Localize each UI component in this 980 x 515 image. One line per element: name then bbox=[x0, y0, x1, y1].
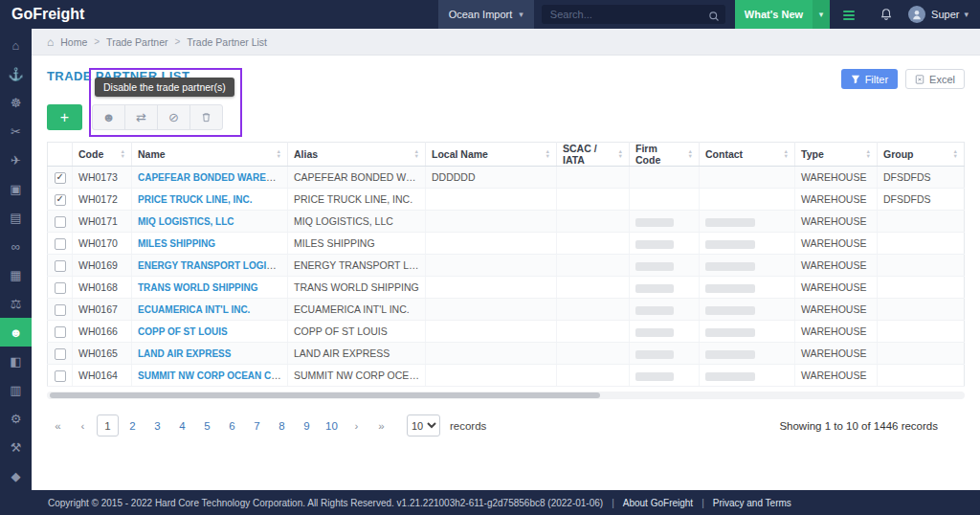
home-icon[interactable]: ⌂ bbox=[47, 35, 54, 49]
sidebar-item-trucking[interactable]: ▣ bbox=[0, 174, 32, 203]
sort-icon[interactable]: ▲▼ bbox=[414, 149, 419, 159]
sort-icon[interactable]: ▲▼ bbox=[618, 149, 623, 159]
sidebar-item-accounting[interactable]: ⚖ bbox=[0, 289, 32, 318]
horizontal-scrollbar-thumb[interactable] bbox=[50, 392, 600, 398]
merge-button[interactable]: ⇄ bbox=[124, 104, 158, 130]
pagination-page-1[interactable]: 1 bbox=[97, 414, 119, 437]
sidebar-item-tools[interactable]: ⚒ bbox=[0, 433, 32, 461]
sidebar-item-trade-partner[interactable]: ☻ bbox=[0, 318, 32, 347]
row-checkbox[interactable] bbox=[55, 194, 66, 206]
tools-icon: ⚒ bbox=[11, 441, 22, 454]
sidebar-item-schedule[interactable]: ▦ bbox=[0, 260, 32, 289]
row-checkbox[interactable] bbox=[55, 172, 66, 184]
pagination-page-2[interactable]: 2 bbox=[122, 414, 144, 437]
add-partner-group-button[interactable]: ☻ bbox=[92, 104, 125, 130]
sidebar-item-admin[interactable]: ◆ bbox=[0, 461, 32, 490]
add-trade-partner-button[interactable]: + bbox=[47, 104, 82, 130]
excel-export-button[interactable]: Excel bbox=[905, 69, 965, 89]
column-header-label: Local Name bbox=[432, 148, 488, 160]
partner-name-link[interactable]: CAPEFEAR BONDED WAREHOUSEDDD... bbox=[138, 171, 288, 183]
search-input[interactable] bbox=[542, 5, 725, 24]
table-row: WH0173CAPEFEAR BONDED WAREHOUSEDDD...CAP… bbox=[48, 167, 965, 189]
pagination-first[interactable]: « bbox=[47, 414, 69, 437]
pagination-page-4[interactable]: 4 bbox=[171, 414, 193, 437]
sidebar-item-settings[interactable]: ⚙ bbox=[0, 404, 32, 433]
row-checkbox[interactable] bbox=[55, 260, 66, 272]
sort-icon[interactable]: ▲▼ bbox=[277, 149, 281, 159]
pagination-page-5[interactable]: 5 bbox=[196, 414, 218, 437]
breadcrumb-item[interactable]: Trade Partner List bbox=[187, 36, 267, 48]
search-icon[interactable] bbox=[708, 9, 720, 26]
notifications-bell-icon[interactable] bbox=[872, 0, 901, 29]
column-header-code[interactable]: Code▲▼ bbox=[73, 143, 132, 167]
column-header-firm-code[interactable]: Firm Code▲▼ bbox=[630, 143, 700, 167]
pagination-page-9[interactable]: 9 bbox=[296, 414, 318, 437]
column-header-name[interactable]: Name▲▼ bbox=[132, 143, 288, 167]
breadcrumb-item[interactable]: Trade Partner bbox=[106, 36, 167, 48]
about-link[interactable]: About GoFreight bbox=[623, 498, 693, 508]
pagination-page-8[interactable]: 8 bbox=[271, 414, 293, 437]
partner-name-link[interactable]: ECUAMERICA INT'L INC. bbox=[138, 304, 250, 315]
row-checkbox[interactable] bbox=[55, 326, 66, 338]
whats-new-button[interactable]: What's New ▾ bbox=[735, 0, 830, 29]
row-checkbox[interactable] bbox=[55, 216, 66, 228]
column-header-scac-iata[interactable]: SCAC / IATA▲▼ bbox=[557, 143, 630, 167]
quick-menu-icon[interactable] bbox=[843, 0, 872, 29]
sort-icon[interactable]: ▲▼ bbox=[866, 149, 871, 159]
sidebar-item-air-freight[interactable]: ✈ bbox=[0, 146, 32, 174]
sort-icon[interactable]: ▲▼ bbox=[953, 149, 958, 159]
sidebar-item-warehouse[interactable]: ▤ bbox=[0, 203, 32, 232]
sort-icon[interactable]: ▲▼ bbox=[688, 149, 693, 159]
ledger-icon: ▥ bbox=[10, 384, 21, 396]
row-checkbox[interactable] bbox=[55, 348, 66, 360]
pagination-page-7[interactable]: 7 bbox=[246, 414, 268, 437]
sidebar-item-ocean-import[interactable]: ⚓ bbox=[0, 59, 32, 88]
admin-icon: ◆ bbox=[11, 470, 21, 482]
sidebar-item-ocean-export[interactable]: ☸ bbox=[0, 88, 32, 117]
column-header-alias[interactable]: Alias▲▼ bbox=[288, 143, 426, 167]
horizontal-scrollbar-track[interactable] bbox=[47, 392, 965, 399]
sidebar-item-network[interactable]: ∞ bbox=[0, 232, 32, 260]
partner-name-link[interactable]: ENERGY TRANSPORT LOGISTICS bbox=[138, 259, 288, 271]
sort-icon[interactable]: ▲▼ bbox=[784, 149, 789, 159]
column-header-type[interactable]: Type▲▼ bbox=[795, 143, 878, 167]
row-checkbox[interactable] bbox=[55, 238, 66, 250]
pagination-page-3[interactable]: 3 bbox=[146, 414, 168, 437]
partner-name-link[interactable]: PRICE TRUCK LINE, INC. bbox=[138, 194, 252, 205]
partner-name-link[interactable]: LAND AIR EXPRESS bbox=[138, 348, 231, 359]
row-checkbox[interactable] bbox=[55, 370, 66, 382]
pagination-page-10[interactable]: 10 bbox=[321, 414, 343, 437]
page-size-select[interactable]: 10 bbox=[407, 414, 440, 437]
partner-name-link[interactable]: TRANS WORLD SHIPPING bbox=[138, 282, 258, 293]
breadcrumb-item[interactable]: Home bbox=[60, 36, 87, 48]
disable-button[interactable]: ⊘ bbox=[157, 104, 190, 130]
column-header-contact[interactable]: Contact▲▼ bbox=[700, 143, 795, 167]
toolbar: + ☻ ⇄ ⊘ Disable the trade partner(s) bbox=[32, 95, 980, 142]
filter-button[interactable]: Filter bbox=[841, 69, 898, 89]
pagination-next[interactable]: › bbox=[345, 414, 368, 437]
sidebar-item-home[interactable]: ⌂ bbox=[0, 31, 32, 59]
cell-contact bbox=[700, 189, 795, 211]
sidebar-item-reports[interactable]: ◧ bbox=[0, 347, 32, 375]
column-header-local-name[interactable]: Local Name▲▼ bbox=[426, 143, 557, 167]
privacy-link[interactable]: Privacy and Terms bbox=[713, 498, 791, 508]
row-checkbox[interactable] bbox=[55, 304, 66, 316]
sort-icon[interactable]: ▲▼ bbox=[546, 149, 550, 159]
delete-button[interactable] bbox=[189, 104, 223, 130]
module-select[interactable]: Ocean Import ▾ bbox=[438, 0, 534, 29]
sidebar-item-consolidation[interactable]: ✂ bbox=[0, 117, 32, 146]
row-checkbox[interactable] bbox=[55, 282, 66, 294]
partner-name-link[interactable]: COPP OF ST LOUIS bbox=[138, 326, 228, 337]
user-avatar[interactable] bbox=[908, 6, 925, 23]
user-menu[interactable]: Super bbox=[931, 9, 959, 20]
sort-icon[interactable]: ▲▼ bbox=[121, 149, 125, 159]
partner-name-link[interactable]: MILES SHIPPING bbox=[138, 238, 215, 249]
pagination-page-6[interactable]: 6 bbox=[221, 414, 243, 437]
app-logo[interactable]: GoFreight bbox=[0, 6, 96, 23]
pagination-last[interactable]: » bbox=[370, 414, 392, 437]
sidebar-item-ledger[interactable]: ▥ bbox=[0, 375, 32, 404]
column-header-group[interactable]: Group▲▼ bbox=[878, 143, 965, 167]
partner-name-link[interactable]: MIQ LOGISTICS, LLC bbox=[138, 216, 234, 227]
pagination-prev[interactable]: ‹ bbox=[72, 414, 94, 437]
partner-name-link[interactable]: SUMMIT NW CORP OCEAN CFS bbox=[138, 369, 283, 381]
